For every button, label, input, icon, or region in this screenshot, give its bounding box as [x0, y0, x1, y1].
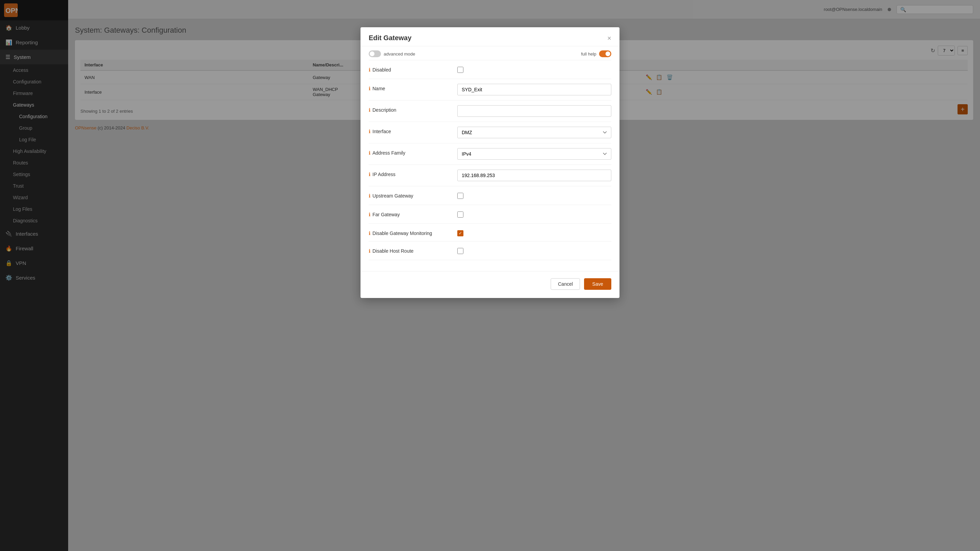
cancel-button[interactable]: Cancel [550, 278, 580, 290]
interface-select[interactable]: DMZ WAN LAN [457, 127, 611, 138]
full-help-toggle[interactable] [599, 51, 611, 57]
form-row-name: ℹ Name [369, 79, 611, 100]
full-help-right: full help [581, 51, 611, 57]
name-input[interactable] [457, 84, 611, 95]
edit-gateway-modal: Edit Gateway × advanced mode full help [361, 27, 619, 298]
form-label-disabled: ℹ Disabled [369, 65, 450, 73]
info-icon-ip-address: ℹ [369, 171, 371, 177]
address-family-select[interactable]: IPv4 IPv6 [457, 148, 611, 160]
modal-footer: Cancel Save [361, 271, 619, 298]
info-icon-disable-host-route: ℹ [369, 248, 371, 254]
full-help-label: full help [581, 51, 596, 57]
form-label-disable-host-route: ℹ Disable Host Route [369, 246, 450, 254]
form-row-ip-address: ℹ IP Address [369, 165, 611, 186]
form-control-disable-monitoring: ✓ [457, 229, 611, 237]
modal-backdrop: Edit Gateway × advanced mode full help [0, 0, 980, 551]
form-label-far-gateway: ℹ Far Gateway [369, 210, 450, 217]
info-icon-disabled: ℹ [369, 67, 371, 73]
advanced-mode-toggle[interactable] [369, 51, 381, 57]
info-icon-upstream-gateway: ℹ [369, 193, 371, 198]
form-label-upstream-gateway: ℹ Upstream Gateway [369, 191, 450, 198]
form-control-interface: DMZ WAN LAN [457, 127, 611, 138]
form-label-interface: ℹ Interface [369, 127, 450, 134]
modal-title: Edit Gateway [369, 34, 412, 42]
form-control-far-gateway [457, 210, 611, 219]
description-input[interactable] [457, 105, 611, 117]
form-control-description [457, 105, 611, 117]
form-control-upstream-gateway [457, 191, 611, 200]
info-icon-name: ℹ [369, 86, 371, 91]
form-row-upstream-gateway: ℹ Upstream Gateway [369, 186, 611, 205]
save-button[interactable]: Save [584, 278, 611, 290]
disabled-checkbox[interactable] [457, 67, 463, 73]
disable-host-route-checkbox[interactable] [457, 248, 463, 254]
form-control-name [457, 84, 611, 95]
info-icon-description: ℹ [369, 107, 371, 113]
form-control-disabled [457, 65, 611, 74]
form-label-name: ℹ Name [369, 84, 450, 91]
advanced-mode-label: advanced mode [384, 51, 415, 57]
form-row-far-gateway: ℹ Far Gateway [369, 205, 611, 224]
form-row-description: ℹ Description [369, 100, 611, 122]
advanced-mode-left: advanced mode [369, 51, 415, 57]
advanced-mode-bar: advanced mode full help [369, 46, 611, 60]
ip-address-input[interactable] [457, 170, 611, 181]
modal-body: advanced mode full help ℹ Disabled [361, 46, 619, 268]
info-icon-address-family: ℹ [369, 150, 371, 156]
upstream-gateway-checkbox[interactable] [457, 193, 463, 199]
form-row-disable-monitoring: ℹ Disable Gateway Monitoring ✓ [369, 224, 611, 241]
disable-monitoring-checkbox[interactable]: ✓ [457, 230, 463, 237]
form-row-disable-host-route: ℹ Disable Host Route [369, 241, 611, 260]
form-label-description: ℹ Description [369, 105, 450, 113]
form-control-ip-address [457, 170, 611, 181]
form-control-address-family: IPv4 IPv6 [457, 148, 611, 160]
far-gateway-checkbox[interactable] [457, 211, 463, 218]
info-icon-far-gateway: ℹ [369, 212, 371, 217]
form-label-address-family: ℹ Address Family [369, 148, 450, 156]
form-label-disable-monitoring: ℹ Disable Gateway Monitoring [369, 229, 450, 236]
form-row-disabled: ℹ Disabled [369, 60, 611, 79]
form-row-interface: ℹ Interface DMZ WAN LAN [369, 122, 611, 143]
form-label-ip-address: ℹ IP Address [369, 170, 450, 177]
info-icon-disable-monitoring: ℹ [369, 230, 371, 236]
form-row-address-family: ℹ Address Family IPv4 IPv6 [369, 143, 611, 165]
modal-header: Edit Gateway × [361, 27, 619, 46]
info-icon-interface: ℹ [369, 129, 371, 134]
modal-close-button[interactable]: × [607, 35, 611, 41]
form-control-disable-host-route [457, 246, 611, 255]
